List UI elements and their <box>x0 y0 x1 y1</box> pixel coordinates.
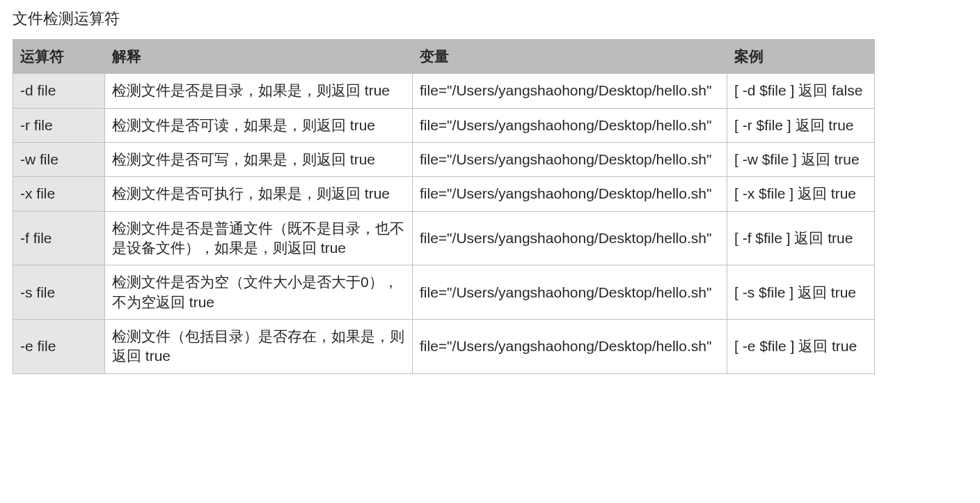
file-test-operators-table: 运算符 解释 变量 案例 -d file 检测文件是否是目录，如果是，则返回 t… <box>13 39 875 374</box>
cell-variable: file="/Users/yangshaohong/Desktop/hello.… <box>413 265 727 320</box>
cell-example: [ -w $file ] 返回 true <box>727 143 875 177</box>
header-variable: 变量 <box>413 40 727 74</box>
table-row: -x file 检测文件是否可执行，如果是，则返回 true file="/Us… <box>13 177 875 211</box>
cell-explain: 检测文件是否可执行，如果是，则返回 true <box>105 177 413 211</box>
cell-variable: file="/Users/yangshaohong/Desktop/hello.… <box>413 108 727 142</box>
header-explain: 解释 <box>105 40 413 74</box>
cell-example: [ -s $file ] 返回 true <box>727 265 875 320</box>
cell-operator: -s file <box>13 265 105 320</box>
table-row: -s file 检测文件是否为空（文件大小是否大于0），不为空返回 true f… <box>13 265 875 320</box>
cell-explain: 检测文件是否可读，如果是，则返回 true <box>105 108 413 142</box>
cell-example: [ -x $file ] 返回 true <box>727 177 875 211</box>
table-row: -d file 检测文件是否是目录，如果是，则返回 true file="/Us… <box>13 74 875 108</box>
cell-operator: -x file <box>13 177 105 211</box>
header-example: 案例 <box>727 40 875 74</box>
cell-explain: 检测文件（包括目录）是否存在，如果是，则返回 true <box>105 320 413 374</box>
header-operator: 运算符 <box>13 40 105 74</box>
cell-operator: -e file <box>13 320 105 374</box>
table-header-row: 运算符 解释 变量 案例 <box>13 40 875 74</box>
table-row: -f file 检测文件是否是普通文件（既不是目录，也不是设备文件），如果是，则… <box>13 211 875 265</box>
table-row: -e file 检测文件（包括目录）是否存在，如果是，则返回 true file… <box>13 320 875 374</box>
cell-explain: 检测文件是否可写，如果是，则返回 true <box>105 143 413 177</box>
cell-operator: -d file <box>13 74 105 108</box>
table-row: -w file 检测文件是否可写，如果是，则返回 true file="/Use… <box>13 143 875 177</box>
cell-variable: file="/Users/yangshaohong/Desktop/hello.… <box>413 143 727 177</box>
cell-example: [ -d $file ] 返回 false <box>727 74 875 108</box>
cell-example: [ -r $file ] 返回 true <box>727 108 875 142</box>
cell-variable: file="/Users/yangshaohong/Desktop/hello.… <box>413 211 727 265</box>
cell-explain: 检测文件是否为空（文件大小是否大于0），不为空返回 true <box>105 265 413 320</box>
page-title: 文件检测运算符 <box>13 8 967 29</box>
cell-variable: file="/Users/yangshaohong/Desktop/hello.… <box>413 74 727 108</box>
table-row: -r file 检测文件是否可读，如果是，则返回 true file="/Use… <box>13 108 875 142</box>
cell-explain: 检测文件是否是普通文件（既不是目录，也不是设备文件），如果是，则返回 true <box>105 211 413 265</box>
cell-example: [ -e $file ] 返回 true <box>727 320 875 374</box>
cell-variable: file="/Users/yangshaohong/Desktop/hello.… <box>413 320 727 374</box>
cell-operator: -r file <box>13 108 105 142</box>
cell-operator: -w file <box>13 143 105 177</box>
cell-explain: 检测文件是否是目录，如果是，则返回 true <box>105 74 413 108</box>
cell-operator: -f file <box>13 211 105 265</box>
cell-variable: file="/Users/yangshaohong/Desktop/hello.… <box>413 177 727 211</box>
cell-example: [ -f $file ] 返回 true <box>727 211 875 265</box>
